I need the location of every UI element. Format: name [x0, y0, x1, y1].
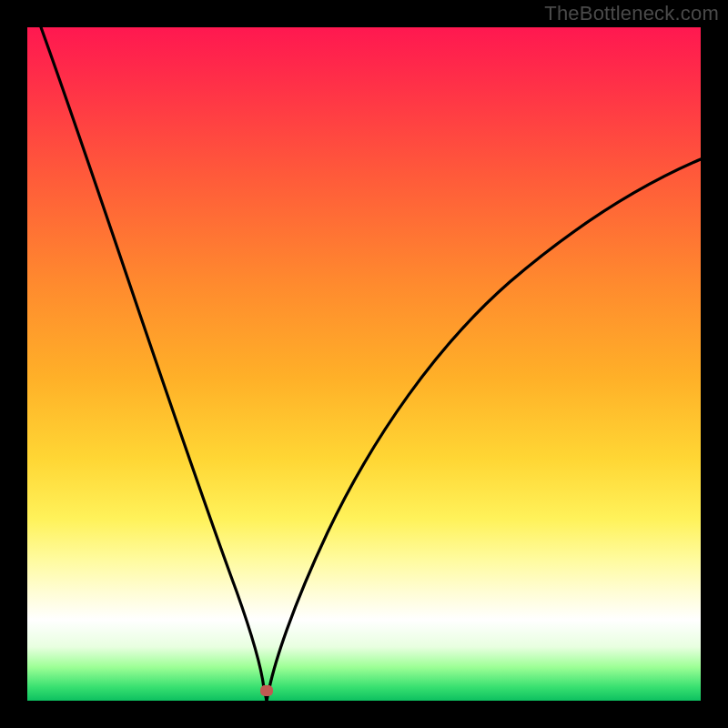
curve-layer: [27, 27, 701, 701]
curve-left-branch: [41, 27, 267, 701]
plot-area: [27, 27, 701, 701]
curve-right-branch: [267, 159, 701, 701]
watermark-text: TheBottleneck.com: [544, 2, 719, 25]
chart-container: TheBottleneck.com: [0, 0, 728, 728]
valley-marker: [260, 685, 273, 696]
